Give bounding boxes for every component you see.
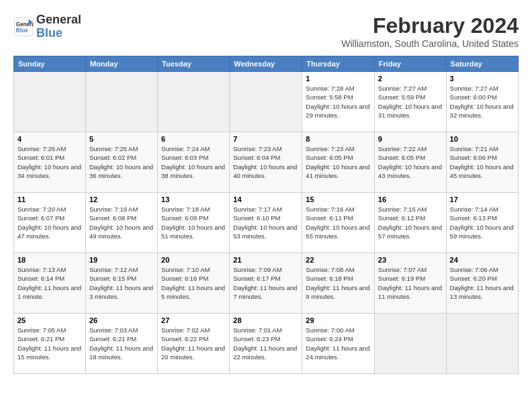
day-number: 22 bbox=[306, 256, 371, 264]
day-info: Sunrise: 7:06 AMSunset: 6:20 PMDaylight:… bbox=[450, 265, 515, 301]
weekday-header-row: SundayMondayTuesdayWednesdayThursdayFrid… bbox=[14, 56, 519, 72]
day-number: 11 bbox=[17, 195, 82, 203]
month-title: February 2024 bbox=[341, 13, 519, 38]
week-row-1: 1Sunrise: 7:28 AMSunset: 5:58 PMDaylight… bbox=[14, 72, 519, 132]
day-info: Sunrise: 7:18 AMSunset: 6:09 PMDaylight:… bbox=[161, 205, 226, 240]
day-info: Sunrise: 7:01 AMSunset: 6:23 PMDaylight:… bbox=[233, 326, 298, 361]
day-info: Sunrise: 7:24 AMSunset: 6:03 PMDaylight:… bbox=[161, 144, 226, 180]
logo-icon: General Blue bbox=[13, 17, 34, 37]
day-info: Sunrise: 7:25 AMSunset: 6:02 PMDaylight:… bbox=[89, 144, 154, 180]
day-info: Sunrise: 7:23 AMSunset: 6:05 PMDaylight:… bbox=[306, 144, 371, 180]
day-cell: 4Sunrise: 7:26 AMSunset: 6:01 PMDaylight… bbox=[14, 132, 86, 193]
day-number: 15 bbox=[306, 195, 371, 203]
logo: General Blue General Blue bbox=[13, 13, 81, 40]
weekday-header-tuesday: Tuesday bbox=[158, 56, 230, 72]
day-number: 13 bbox=[161, 195, 226, 203]
day-info: Sunrise: 7:27 AMSunset: 5:59 PMDaylight:… bbox=[378, 84, 443, 120]
day-info: Sunrise: 7:23 AMSunset: 6:04 PMDaylight:… bbox=[233, 144, 298, 180]
day-number: 18 bbox=[17, 256, 82, 264]
day-number: 5 bbox=[89, 135, 154, 143]
day-cell bbox=[446, 314, 518, 374]
day-cell bbox=[158, 72, 230, 132]
day-number: 17 bbox=[450, 195, 515, 203]
day-number: 23 bbox=[378, 256, 443, 264]
day-info: Sunrise: 7:17 AMSunset: 6:10 PMDaylight:… bbox=[233, 205, 298, 240]
day-info: Sunrise: 7:13 AMSunset: 6:14 PMDaylight:… bbox=[17, 265, 82, 301]
day-number: 28 bbox=[233, 316, 298, 324]
day-cell: 11Sunrise: 7:20 AMSunset: 6:07 PMDayligh… bbox=[14, 193, 86, 253]
day-cell: 22Sunrise: 7:08 AMSunset: 6:18 PMDayligh… bbox=[302, 253, 375, 314]
day-cell: 21Sunrise: 7:09 AMSunset: 6:17 PMDayligh… bbox=[230, 253, 302, 314]
weekday-header-thursday: Thursday bbox=[302, 56, 375, 72]
day-number: 3 bbox=[450, 75, 515, 83]
day-cell: 24Sunrise: 7:06 AMSunset: 6:20 PMDayligh… bbox=[446, 253, 518, 314]
day-number: 9 bbox=[378, 135, 443, 143]
day-cell bbox=[230, 72, 302, 132]
day-cell: 29Sunrise: 7:00 AMSunset: 6:24 PMDayligh… bbox=[302, 314, 375, 374]
day-info: Sunrise: 7:05 AMSunset: 6:21 PMDaylight:… bbox=[17, 326, 82, 361]
day-cell: 13Sunrise: 7:18 AMSunset: 6:09 PMDayligh… bbox=[158, 193, 230, 253]
day-cell: 18Sunrise: 7:13 AMSunset: 6:14 PMDayligh… bbox=[14, 253, 86, 314]
day-number: 19 bbox=[89, 256, 154, 264]
day-number: 4 bbox=[17, 135, 82, 143]
day-info: Sunrise: 7:07 AMSunset: 6:19 PMDaylight:… bbox=[378, 265, 443, 301]
week-row-2: 4Sunrise: 7:26 AMSunset: 6:01 PMDaylight… bbox=[14, 132, 519, 193]
day-cell: 16Sunrise: 7:15 AMSunset: 6:12 PMDayligh… bbox=[374, 193, 446, 253]
svg-text:Blue: Blue bbox=[16, 27, 28, 33]
day-info: Sunrise: 7:20 AMSunset: 6:07 PMDaylight:… bbox=[17, 205, 82, 240]
day-number: 1 bbox=[306, 75, 371, 83]
day-info: Sunrise: 7:02 AMSunset: 6:22 PMDaylight:… bbox=[161, 326, 226, 361]
day-cell: 10Sunrise: 7:21 AMSunset: 6:06 PMDayligh… bbox=[446, 132, 518, 193]
day-cell: 19Sunrise: 7:12 AMSunset: 6:15 PMDayligh… bbox=[85, 253, 157, 314]
weekday-header-monday: Monday bbox=[85, 56, 157, 72]
day-info: Sunrise: 7:14 AMSunset: 6:13 PMDaylight:… bbox=[450, 205, 515, 240]
day-cell: 3Sunrise: 7:27 AMSunset: 6:00 PMDaylight… bbox=[446, 72, 518, 132]
weekday-header-friday: Friday bbox=[374, 56, 446, 72]
day-cell: 9Sunrise: 7:22 AMSunset: 6:05 PMDaylight… bbox=[374, 132, 446, 193]
day-cell: 7Sunrise: 7:23 AMSunset: 6:04 PMDaylight… bbox=[230, 132, 302, 193]
logo-text: General Blue bbox=[36, 13, 81, 40]
day-info: Sunrise: 7:19 AMSunset: 6:08 PMDaylight:… bbox=[89, 205, 154, 240]
day-cell: 23Sunrise: 7:07 AMSunset: 6:19 PMDayligh… bbox=[374, 253, 446, 314]
day-cell: 6Sunrise: 7:24 AMSunset: 6:03 PMDaylight… bbox=[158, 132, 230, 193]
day-cell bbox=[14, 72, 86, 132]
page-header: General Blue General Blue February 2024 … bbox=[13, 13, 519, 49]
day-info: Sunrise: 7:16 AMSunset: 6:11 PMDaylight:… bbox=[306, 205, 371, 240]
day-number: 27 bbox=[161, 316, 226, 324]
day-number: 29 bbox=[306, 316, 371, 324]
day-info: Sunrise: 7:03 AMSunset: 6:21 PMDaylight:… bbox=[89, 326, 154, 361]
day-info: Sunrise: 7:12 AMSunset: 6:15 PMDaylight:… bbox=[89, 265, 154, 301]
location: Williamston, South Carolina, United Stat… bbox=[341, 38, 519, 49]
day-number: 2 bbox=[378, 75, 443, 83]
weekday-header-wednesday: Wednesday bbox=[230, 56, 302, 72]
day-cell: 27Sunrise: 7:02 AMSunset: 6:22 PMDayligh… bbox=[158, 314, 230, 374]
day-info: Sunrise: 7:28 AMSunset: 5:58 PMDaylight:… bbox=[306, 84, 371, 120]
day-cell: 25Sunrise: 7:05 AMSunset: 6:21 PMDayligh… bbox=[14, 314, 86, 374]
day-cell: 8Sunrise: 7:23 AMSunset: 6:05 PMDaylight… bbox=[302, 132, 375, 193]
day-info: Sunrise: 7:22 AMSunset: 6:05 PMDaylight:… bbox=[378, 144, 443, 180]
day-number: 20 bbox=[161, 256, 226, 264]
day-cell bbox=[374, 314, 446, 374]
day-number: 10 bbox=[450, 135, 515, 143]
day-number: 14 bbox=[233, 195, 298, 203]
day-info: Sunrise: 7:00 AMSunset: 6:24 PMDaylight:… bbox=[306, 326, 371, 361]
day-number: 6 bbox=[161, 135, 226, 143]
weekday-header-sunday: Sunday bbox=[14, 56, 86, 72]
day-cell: 17Sunrise: 7:14 AMSunset: 6:13 PMDayligh… bbox=[446, 193, 518, 253]
week-row-4: 18Sunrise: 7:13 AMSunset: 6:14 PMDayligh… bbox=[14, 253, 519, 314]
day-number: 21 bbox=[233, 256, 298, 264]
week-row-3: 11Sunrise: 7:20 AMSunset: 6:07 PMDayligh… bbox=[14, 193, 519, 253]
day-cell: 1Sunrise: 7:28 AMSunset: 5:58 PMDaylight… bbox=[302, 72, 375, 132]
weekday-header-saturday: Saturday bbox=[446, 56, 518, 72]
day-cell: 15Sunrise: 7:16 AMSunset: 6:11 PMDayligh… bbox=[302, 193, 375, 253]
day-cell: 26Sunrise: 7:03 AMSunset: 6:21 PMDayligh… bbox=[85, 314, 157, 374]
day-number: 25 bbox=[17, 316, 82, 324]
day-info: Sunrise: 7:21 AMSunset: 6:06 PMDaylight:… bbox=[450, 144, 515, 180]
day-number: 24 bbox=[450, 256, 515, 264]
day-cell: 20Sunrise: 7:10 AMSunset: 6:16 PMDayligh… bbox=[158, 253, 230, 314]
day-cell: 12Sunrise: 7:19 AMSunset: 6:08 PMDayligh… bbox=[85, 193, 157, 253]
day-number: 26 bbox=[89, 316, 154, 324]
day-info: Sunrise: 7:09 AMSunset: 6:17 PMDaylight:… bbox=[233, 265, 298, 301]
week-row-5: 25Sunrise: 7:05 AMSunset: 6:21 PMDayligh… bbox=[14, 314, 519, 374]
day-cell: 2Sunrise: 7:27 AMSunset: 5:59 PMDaylight… bbox=[374, 72, 446, 132]
